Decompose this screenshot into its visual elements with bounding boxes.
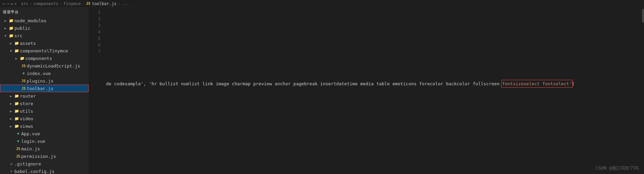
folder-icon: 📁 (14, 94, 20, 98)
sidebar-item-gitignore[interactable]: ◇ .gitignore (0, 160, 89, 167)
sidebar-item-label: plugins.js (27, 78, 89, 84)
breadcrumb-ellipsis[interactable]: ... (122, 1, 129, 6)
js-file-icon: JS (21, 79, 27, 83)
line-numbers: 1 2 3 4 5 6 7 (89, 9, 106, 174)
folder-icon: 📁 (14, 41, 20, 46)
arrow-icon: ▶ (14, 57, 19, 60)
arrow-icon: ▶ (8, 109, 14, 113)
breadcrumb: src › components › Tinymce › JS toolbar.… (21, 1, 129, 6)
code-line-7 (106, 139, 632, 146)
sidebar-item-index-vue[interactable]: ▼ index.vue (0, 70, 89, 77)
breadcrumb-sep-3: › (82, 1, 84, 6)
folder-icon: 📁 (14, 101, 20, 106)
js-file-icon: JS (21, 64, 27, 68)
sidebar-item-label: views (20, 124, 89, 129)
vue-file-icon: ▼ (15, 132, 21, 136)
sidebar-item-label: login.vue (21, 139, 89, 144)
sidebar-item-label: public (14, 26, 89, 31)
folder-icon: 📁 (19, 56, 25, 61)
sidebar-item-label: toolbar.js (27, 86, 89, 91)
sidebar-item-views[interactable]: ▶ 📁 views (0, 122, 89, 130)
js-file-icon: JS (15, 147, 21, 151)
breadcrumb-toolbar[interactable]: toolbar.js (92, 1, 116, 6)
folder-icon: 📁 (8, 26, 14, 30)
sidebar-item-label: components (25, 56, 89, 61)
sidebar-item-components-tinymce[interactable]: ▼ 📁 components\Tinymce (0, 47, 89, 54)
sidebar-item-label: main.js (21, 146, 89, 151)
sidebar-item-label: dynamicLoadScript.js (27, 63, 89, 69)
arrow-icon: ▶ (3, 26, 8, 30)
arrow-icon: ▶ (8, 41, 14, 45)
folder-icon: 📁 (14, 124, 20, 128)
watermark: CSDN @接口写好了吗 (596, 165, 639, 171)
sidebar-item-toolbar[interactable]: JS toolbar.js (0, 85, 89, 92)
sidebar-item-label: assets (20, 41, 89, 46)
code-line-6 (106, 120, 632, 126)
js-file-icon: JS (15, 154, 21, 158)
sidebar-item-public[interactable]: ▶ 📁 public (0, 24, 89, 32)
arrow-icon: ▼ (3, 34, 8, 38)
sidebar-item-store[interactable]: ▶ 📁 store (0, 100, 89, 107)
sidebar-item-login-vue[interactable]: ▼ login.vue (0, 137, 89, 145)
sidebar-item-main-js[interactable]: JS main.js (0, 145, 89, 152)
sidebar-item-plugins[interactable]: JS plugins.js (0, 77, 89, 85)
code-area[interactable]: de codesample', 'hr bullist numlist link… (106, 9, 639, 174)
sidebar-item-label: node_modules (14, 18, 89, 23)
folder-icon: 📁 (14, 49, 20, 53)
sidebar-item-router[interactable]: ▶ 📁 router (0, 92, 89, 100)
breadcrumb-sep-1: › (30, 1, 32, 6)
breadcrumb-sep-2: › (60, 1, 62, 6)
editor-area: 1 2 3 4 5 6 7 de codesample', 'hr bullis… (89, 8, 644, 174)
code-line-5 (106, 100, 632, 107)
arrow-icon: ▶ (3, 19, 8, 23)
sidebar-item-label: .gitignore (14, 161, 89, 166)
sidebar-item-video[interactable]: ▶ 📁 video (0, 115, 89, 122)
sidebar-item-node-modules[interactable]: ▶ 📁 node_modules (0, 17, 89, 24)
main-layout: 语音平台 ▶ 📁 node_modules ▶ 📁 public ▼ 📁 src… (0, 8, 644, 174)
js-file-icon: JS (21, 87, 27, 90)
breadcrumb-components[interactable]: components (34, 1, 58, 6)
sidebar-item-label: store (20, 101, 89, 106)
sidebar-item-components[interactable]: ▶ 📁 components (0, 54, 89, 62)
code-line-1 (106, 22, 632, 28)
arrow-icon: ▶ (8, 124, 14, 128)
vue-file-icon: ▼ (21, 71, 27, 76)
sidebar-header: 语音平台 (0, 8, 89, 17)
arrow-icon: ▶ (8, 94, 14, 98)
sidebar-item-label: babel.config.js (14, 169, 89, 174)
code-line-3 (106, 61, 632, 67)
sidebar-item-label: utils (20, 109, 89, 114)
gitignore-icon: ◇ (8, 162, 14, 166)
sidebar-item-src[interactable]: ▼ 📁 src (0, 32, 89, 39)
breadcrumb-bar: ⟵ ⟶ ↺ ✕ src › components › Tinymce › JS … (0, 0, 644, 8)
breadcrumb-tinymce[interactable]: Tinymce (63, 1, 81, 6)
scrollbar-track[interactable] (639, 9, 644, 174)
sidebar-item-label: index.vue (27, 71, 89, 76)
folder-icon: 📁 (14, 109, 20, 113)
folder-icon: 📁 (8, 34, 14, 38)
sidebar-item-assets[interactable]: ▶ 📁 assets (0, 39, 89, 47)
sidebar-item-utils[interactable]: ▶ 📁 utils (0, 107, 89, 115)
refresh-icon[interactable]: ↺ (10, 1, 13, 6)
vue-file-icon: ▼ (15, 139, 21, 144)
sidebar-item-app-vue[interactable]: ▼ App.vue (0, 130, 89, 137)
sidebar-item-label: App.vue (21, 131, 89, 136)
arrow-icon: ▶ (8, 102, 14, 105)
close-icon[interactable]: ✕ (14, 1, 17, 6)
babel-icon: ⚡ (8, 169, 14, 174)
sidebar-item-label: video (20, 116, 89, 121)
folder-icon: 📁 (8, 18, 14, 23)
sidebar-item-dynamic-load-script[interactable]: JS dynamicLoadScript.js (0, 62, 89, 70)
editor-content: 1 2 3 4 5 6 7 de codesample', 'hr bullis… (89, 8, 644, 174)
breadcrumb-src[interactable]: src (21, 1, 28, 6)
sidebar-item-label: router (20, 94, 89, 99)
sidebar-item-permission-js[interactable]: JS permission.js (0, 152, 89, 160)
sidebar-item-babel-config[interactable]: ⚡ babel.config.js (0, 167, 89, 174)
sidebar-item-label: src (14, 33, 89, 38)
code-token-highlighted: fontsizeselect fontselect' (502, 80, 572, 87)
forward-icon[interactable]: ⟶ (6, 1, 9, 6)
back-icon[interactable]: ⟵ (3, 1, 5, 6)
folder-icon: 📁 (14, 116, 20, 121)
code-token-1: de codesample', 'hr bullist numlist link… (106, 80, 502, 87)
scrollbar-thumb (642, 9, 644, 23)
